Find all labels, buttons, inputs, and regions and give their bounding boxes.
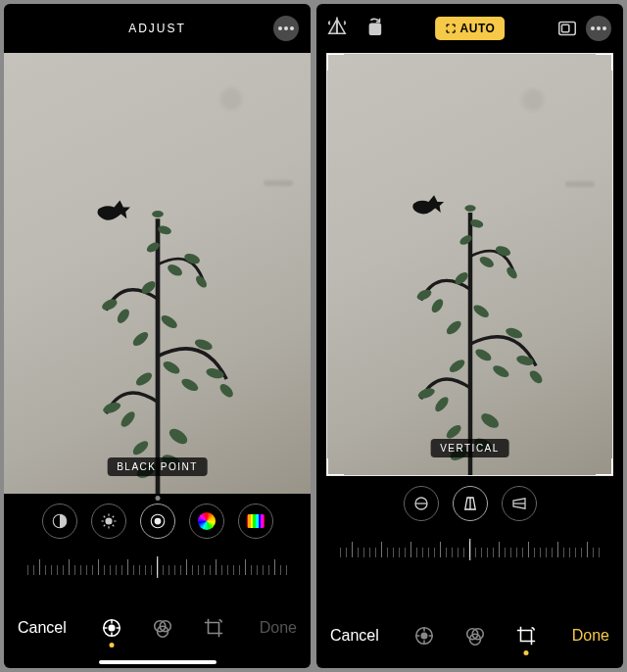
top-bar: ADJUST [4, 4, 311, 53]
svg-rect-44 [369, 24, 380, 34]
crop-handle-tl[interactable] [326, 53, 344, 71]
horizontal-perspective-dial[interactable] [502, 486, 537, 521]
crop-handle-br[interactable] [596, 458, 613, 476]
phone-crop-screen: AUTO [316, 4, 623, 668]
svg-point-8 [217, 382, 235, 400]
svg-point-61 [415, 287, 433, 302]
bottom-bar: Cancel Done [316, 611, 623, 668]
svg-point-6 [179, 376, 200, 393]
svg-point-62 [471, 303, 491, 320]
svg-point-36 [110, 625, 116, 631]
aspect-ratio-button[interactable] [555, 16, 580, 41]
svg-point-12 [130, 329, 150, 348]
vibrance-dial[interactable] [238, 504, 273, 539]
straighten-dial[interactable] [404, 486, 439, 521]
svg-point-13 [115, 307, 131, 325]
adjust-mode-icon[interactable] [100, 616, 123, 640]
photo-canvas[interactable]: BLACK POINT [4, 53, 311, 494]
svg-point-57 [473, 347, 493, 363]
svg-point-51 [432, 395, 450, 413]
crop-mode-icon[interactable] [202, 616, 225, 640]
svg-line-32 [112, 516, 114, 518]
svg-point-22 [152, 211, 164, 217]
value-slider[interactable] [316, 531, 623, 568]
svg-point-64 [477, 254, 495, 269]
bottom-bar: Cancel Done [4, 601, 311, 668]
adjustment-dials [4, 494, 311, 549]
svg-point-15 [159, 312, 179, 330]
home-indicator[interactable] [99, 660, 217, 664]
svg-point-3 [167, 426, 190, 448]
filters-mode-icon[interactable] [463, 624, 487, 648]
photo-canvas[interactable]: VERTICAL [316, 53, 623, 476]
auto-label: AUTO [460, 22, 496, 35]
svg-point-10 [161, 360, 181, 376]
black-point-dial[interactable] [140, 504, 175, 539]
svg-line-31 [103, 525, 105, 527]
value-slider[interactable] [4, 549, 311, 586]
svg-point-56 [447, 357, 466, 374]
svg-point-53 [491, 362, 510, 379]
svg-line-30 [112, 525, 114, 527]
svg-point-50 [478, 410, 501, 431]
adjustment-label: VERTICAL [430, 439, 509, 457]
photo-content [344, 147, 595, 475]
adjust-mode-icon[interactable] [412, 624, 436, 648]
perspective-dials [316, 476, 623, 531]
crop-handle-bl[interactable] [326, 458, 344, 476]
slider-handle[interactable] [157, 556, 159, 578]
flip-icon[interactable] [326, 16, 348, 41]
svg-point-34 [154, 518, 161, 525]
svg-point-4 [118, 409, 136, 429]
done-button[interactable]: Done [260, 619, 297, 637]
saturation-dial[interactable] [189, 504, 224, 539]
more-button[interactable] [586, 16, 611, 41]
more-button[interactable] [273, 16, 299, 41]
brightness-dial[interactable] [91, 504, 126, 539]
svg-point-14 [100, 297, 119, 312]
done-button[interactable]: Done [572, 627, 609, 645]
svg-point-49 [444, 422, 462, 440]
svg-point-55 [527, 368, 544, 385]
photo-content [23, 150, 292, 494]
svg-point-59 [444, 318, 462, 336]
svg-point-75 [422, 633, 428, 639]
top-bar: AUTO [316, 4, 623, 53]
cancel-button[interactable]: Cancel [18, 619, 67, 637]
phone-adjust-screen: ADJUST [4, 4, 311, 668]
rotate-icon[interactable] [363, 16, 385, 41]
auto-button[interactable]: AUTO [435, 17, 506, 40]
svg-point-2 [130, 439, 150, 457]
cancel-button[interactable]: Cancel [330, 627, 379, 645]
svg-point-9 [133, 370, 154, 388]
svg-point-17 [166, 263, 184, 278]
svg-line-29 [103, 516, 105, 518]
slider-handle[interactable] [469, 539, 471, 560]
svg-point-24 [106, 518, 112, 524]
svg-rect-46 [562, 24, 569, 31]
svg-point-69 [464, 205, 475, 212]
vertical-perspective-dial[interactable] [453, 486, 488, 521]
crop-mode-icon[interactable] [514, 624, 538, 648]
screen-title: ADJUST [128, 22, 186, 35]
filters-mode-icon[interactable] [151, 616, 174, 640]
svg-point-60 [429, 297, 445, 314]
crop-handle-tr[interactable] [596, 53, 613, 71]
adjustment-label: BLACK POINT [107, 457, 208, 476]
contrast-dial[interactable] [42, 504, 77, 539]
